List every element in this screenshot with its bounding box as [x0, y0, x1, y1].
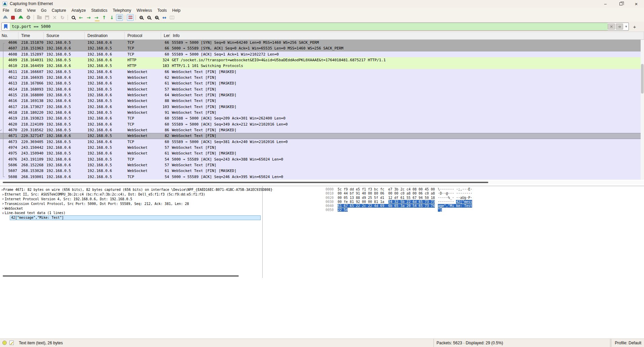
next-packet-button[interactable]: → [85, 14, 92, 21]
menu-item-help[interactable]: Help [169, 7, 183, 13]
menu-item-file[interactable]: File [0, 7, 12, 13]
collapsed-arrow-icon[interactable]: > [1, 197, 5, 201]
packet-row[interactable]: 5606268.152268192.168.0.6192.168.0.5WebS… [0, 162, 641, 168]
detail-line[interactable]: >Transmission Control Protocol, Src Port… [0, 201, 262, 206]
packet-row[interactable]: ✓4670220.318562192.168.0.5192.168.0.6Web… [0, 127, 641, 133]
resize-columns-button[interactable]: ↔ [160, 14, 168, 21]
packet-row[interactable]: 4606218.151870192.168.0.5192.168.0.6TCP6… [0, 40, 641, 45]
hex-ascii[interactable]: "] [438, 208, 442, 212]
hex-row[interactable]: 001000 44 bf 91 40 00 80 06 00 00 c0 a8 … [321, 192, 644, 196]
column-header-info[interactable]: Info [170, 32, 644, 39]
packet-row[interactable]: 4671220.327147192.168.0.6192.168.0.5WebS… [0, 133, 641, 139]
column-header-source[interactable]: Source [44, 32, 85, 39]
packet-row[interactable]: 4619218.193823192.168.0.5192.168.0.6TCP6… [0, 115, 641, 121]
goto-packet-button[interactable]: → [92, 14, 100, 21]
last-packet-button[interactable]: ↓ [108, 14, 116, 21]
packet-row[interactable]: 4608218.152897192.168.0.5192.168.0.6TCP6… [0, 51, 641, 57]
hex-row[interactable]: 00005c f9 dd e5 f1 f3 bc fc e7 3b 2c c4 … [321, 187, 644, 192]
column-header-no[interactable]: No. [0, 32, 18, 39]
column-header-length[interactable]: Length [161, 32, 170, 39]
menu-item-tools[interactable]: Tools [155, 7, 169, 13]
hex-ascii[interactable]: ·D··@··· ········ [438, 192, 472, 195]
menu-item-capture[interactable]: Capture [49, 7, 69, 13]
details-horizontal-scrollbar[interactable] [3, 275, 239, 277]
hex-row[interactable]: 004061 67 65 22 2c 22 4d 69 6b 65 3a 20 … [321, 204, 644, 208]
hex-bytes[interactable]: 5c f9 dd e5 f1 f3 bc fc e7 3b 2c c4 08 0… [338, 187, 435, 191]
packet-row[interactable]: 4974243.150442192.168.0.6192.168.0.5WebS… [0, 145, 641, 150]
menu-item-go[interactable]: Go [38, 7, 49, 13]
colorize-button[interactable] [126, 14, 134, 21]
collapsed-arrow-icon[interactable]: > [1, 193, 5, 196]
capture-options-button[interactable]: ⚙ [25, 14, 32, 21]
packet-row[interactable]: 4976243.191109192.168.0.6192.168.0.5TCP5… [0, 157, 641, 162]
packet-list-horizontal-scrollbar[interactable] [0, 181, 644, 184]
column-header-destination[interactable]: Destination [85, 32, 125, 39]
hex-bytes[interactable]: 00 fe 81 92 00 00 81 1a 34 32 5b 22 6d 6… [338, 200, 435, 204]
reset-layout-button[interactable] [168, 14, 176, 21]
packet-row[interactable]: 4975243.150940192.168.0.5192.168.0.6WebS… [0, 150, 641, 156]
zoom-out-button[interactable]: − [145, 14, 153, 21]
restore-button[interactable] [613, 0, 629, 7]
packet-row[interactable]: 4615218.168800192.168.0.5192.168.0.6WebS… [0, 92, 641, 98]
packet-row[interactable]: 4610218.164459192.168.0.6192.168.0.5HTTP… [0, 63, 641, 69]
detail-line[interactable]: >Ethernet II, Src: ASUSTekCOMPU_3b:2c:c4… [0, 192, 262, 197]
collapsed-arrow-icon[interactable]: > [1, 207, 5, 210]
packet-row[interactable]: 4673220.369405192.168.0.5192.168.0.6TCP6… [0, 139, 641, 145]
hex-bytes[interactable]: 00 44 bf 91 40 00 80 06 00 00 c0 a8 00 0… [338, 192, 435, 195]
hex-ascii[interactable]: ·····%_· ··aUg·P· [438, 196, 472, 200]
packet-row[interactable]: 4612218.166935192.168.0.6192.168.0.5WebS… [0, 75, 641, 80]
column-header-protocol[interactable]: Protocol [125, 32, 161, 39]
packet-row[interactable]: 4620218.224109192.168.0.5192.168.0.6TCP6… [0, 122, 641, 127]
find-packet-button[interactable] [69, 14, 77, 21]
detail-line[interactable]: >Internet Protocol Version 4, Src: 192.1… [0, 197, 262, 202]
zoom-in-button[interactable]: + [137, 14, 145, 21]
open-file-button[interactable] [35, 14, 43, 21]
menu-item-analyze[interactable]: Analyze [69, 7, 89, 13]
apply-filter-button[interactable]: ➔ [616, 24, 623, 30]
detail-line[interactable]: >WebSocket [0, 206, 262, 211]
filter-dropdown-button[interactable]: ▼ [624, 25, 629, 28]
menu-item-statistics[interactable]: Statistics [88, 7, 110, 13]
menu-item-view[interactable]: View [24, 7, 38, 13]
packet-row[interactable]: 4609218.164031192.168.0.5192.168.0.6HTTP… [0, 57, 641, 63]
hex-row[interactable]: 003000 fe 81 92 00 00 81 1a 34 32 5b 22 … [321, 200, 644, 204]
scrollbar-thumb[interactable] [3, 182, 488, 183]
reload-file-button[interactable]: ↻ [59, 14, 66, 21]
stop-capture-button[interactable] [9, 14, 17, 21]
expert-info-button[interactable] [2, 341, 7, 345]
detail-line[interactable]: ∨Line-based text data (1 lines) [0, 211, 262, 215]
status-profile[interactable]: Profile: Default [611, 339, 641, 347]
close-file-button[interactable]: × [51, 14, 59, 21]
filter-input[interactable]: tcp.port == 5000 [10, 23, 608, 30]
auto-scroll-button[interactable] [116, 14, 123, 21]
hex-row[interactable]: 005022 5d"] [321, 208, 644, 212]
packet-row[interactable]: 4613218.167866192.168.0.5192.168.0.6WebS… [0, 80, 641, 86]
scrollbar-thumb[interactable] [641, 64, 644, 94]
capture-comment-button[interactable] [9, 341, 14, 345]
packet-list-vertical-scrollbar[interactable] [641, 40, 644, 180]
menu-item-telephony[interactable]: Telephony [110, 7, 134, 13]
menu-item-edit[interactable]: Edit [12, 7, 24, 13]
expanded-arrow-icon[interactable]: ∨ [1, 211, 5, 215]
zoom-original-button[interactable]: = [153, 14, 160, 21]
packet-row[interactable]: 4617218.173027192.168.0.5192.168.0.6WebS… [0, 104, 641, 110]
packet-row[interactable]: 4611218.166607192.168.0.5192.168.0.6WebS… [0, 69, 641, 75]
hex-ascii[interactable]: \······· ·;,···E· [438, 187, 472, 191]
hex-bytes[interactable]: 00 05 13 88 d9 25 5f d1 12 df 61 55 67 9… [338, 196, 435, 200]
menu-item-wireless[interactable]: Wireless [134, 7, 155, 13]
packet-row[interactable]: 4607218.151963192.168.0.6192.168.0.5TCP6… [0, 45, 641, 51]
packet-row[interactable]: 4618218.180220192.168.0.6192.168.0.5WebS… [0, 110, 641, 115]
filter-bookmark-button[interactable] [2, 23, 10, 30]
add-filter-button[interactable]: + [631, 23, 638, 30]
clear-filter-button[interactable]: ✕ [608, 24, 615, 30]
packet-row[interactable]: 5607268.153028192.168.0.5192.168.0.6WebS… [0, 168, 641, 174]
hex-row[interactable]: 002000 05 13 88 d9 25 5f d1 12 df 61 55 … [321, 196, 644, 200]
previous-packet-button[interactable]: ← [77, 14, 85, 21]
packet-row[interactable]: 5608268.193001192.168.0.6192.168.0.5TCP5… [0, 174, 641, 180]
start-capture-button[interactable] [1, 14, 9, 21]
packet-row[interactable]: 4614218.168093192.168.0.6192.168.0.5WebS… [0, 86, 641, 92]
minimize-button[interactable]: – [598, 0, 613, 7]
save-file-button[interactable] [43, 14, 51, 21]
close-button[interactable]: × [629, 0, 644, 7]
collapsed-arrow-icon[interactable]: > [1, 202, 5, 205]
